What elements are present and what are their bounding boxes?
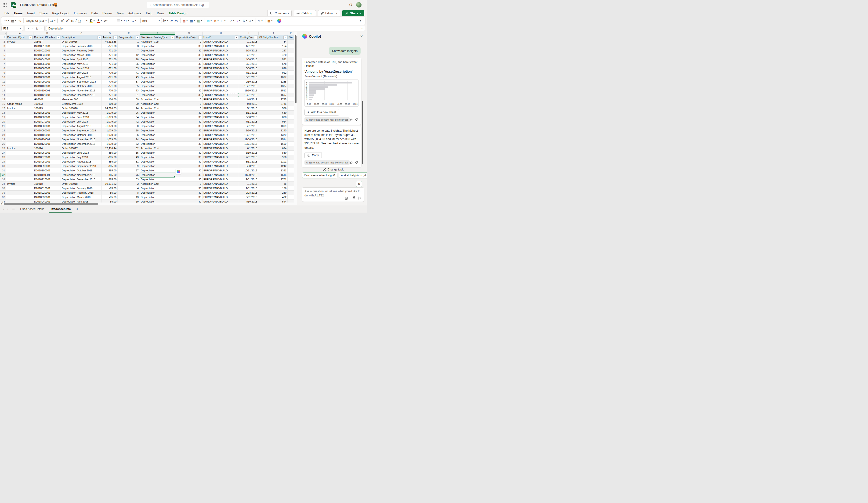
cell-E12[interactable]: 65 [117, 84, 140, 89]
cell-E37[interactable]: 13 [117, 195, 140, 199]
cell-A4[interactable] [6, 49, 33, 53]
wrap-text-button[interactable]: ↪▼ [123, 19, 130, 23]
cell-G30[interactable]: 30 [175, 164, 203, 168]
cell-G37[interactable]: 30 [175, 195, 203, 199]
increase-decimal-button[interactable]: .00 [174, 19, 179, 23]
app-launcher-icon[interactable] [3, 3, 7, 7]
sheet-view-button[interactable]: ▦▼ [267, 19, 274, 23]
cell-H36[interactable]: EUROPE\NAVBUILD [203, 191, 239, 195]
cell-A5[interactable] [6, 53, 33, 57]
font-color-button[interactable]: A▼ [96, 18, 103, 23]
cell-I2[interactable]: 1/1/2018 [239, 40, 258, 44]
menu-tab-table-design[interactable]: Table Design [166, 11, 189, 16]
cell-J21[interactable]: 1099 [258, 124, 288, 129]
cell-H29[interactable]: EUROPE\NAVBUILD [203, 160, 239, 164]
cell-C18[interactable]: Depreciation May 2018 [61, 111, 102, 115]
cell-J3[interactable]: 154 [258, 44, 288, 49]
cell-D23[interactable]: -1,079.00 [102, 133, 117, 137]
cell-C14[interactable]: Depreciation December 2018 [61, 93, 102, 97]
cell-J19[interactable]: 828 [258, 115, 288, 120]
cell-I9[interactable]: 7/31/2018 [239, 71, 258, 75]
align-button[interactable]: ☰▼ [116, 19, 123, 23]
cell-C29[interactable]: Depreciation August 2018 [61, 160, 102, 164]
cancel-entry-icon[interactable]: ✕ [27, 27, 30, 30]
cell-C26[interactable]: Order 106017 [61, 146, 102, 151]
cell-C25[interactable]: Depreciation December 2018 [61, 142, 102, 146]
cell-G15[interactable]: 0 [175, 97, 203, 102]
cell-C10[interactable]: Depreciation August 2018 [61, 75, 102, 80]
cell-F12[interactable]: Depreciation [140, 84, 175, 89]
cell-J8[interactable]: 826 [258, 66, 288, 71]
cell-F30[interactable]: Depreciation [140, 164, 175, 168]
cell-D7[interactable]: -771.00 [102, 62, 117, 66]
cell-J30[interactable]: 1242 [258, 164, 288, 168]
row-header-21[interactable]: 21 [0, 124, 6, 129]
catch-up-button[interactable]: Catch up [294, 10, 316, 17]
cell-H4[interactable]: EUROPE\NAVBUILD [203, 49, 239, 53]
cell-F3[interactable]: Depreciation [140, 44, 175, 49]
cell-D34[interactable]: 10,171.23 [102, 182, 117, 186]
cell-A19[interactable] [6, 115, 33, 120]
cell-H32[interactable]: EUROPE\NAVBUILD [203, 173, 239, 177]
cell-H11[interactable]: EUROPE\NAVBUILD [203, 80, 239, 84]
filter-button-documentnumber[interactable]: ▼ [56, 35, 60, 39]
panel-scrollbar-thumb[interactable] [362, 101, 363, 164]
filter-button-description[interactable]: ▼ [97, 35, 101, 39]
cell-B18[interactable]: D2018050001 [33, 111, 61, 115]
cell-C22[interactable]: Depreciation September 2018 [61, 129, 102, 133]
undo-button[interactable]: ↶▼ [3, 19, 10, 23]
insert-cells-button[interactable]: ⊞▼ [206, 19, 213, 23]
thumbs-up-icon[interactable] [350, 161, 353, 164]
cell-K14[interactable] [288, 93, 294, 97]
cell-B24[interactable]: D2018110001 [33, 137, 61, 142]
cell-D13[interactable]: -770.00 [102, 89, 117, 93]
cell-C5[interactable]: Depreciation March 2018 [61, 53, 102, 57]
cell-G11[interactable]: 30 [175, 80, 203, 84]
copilot-chat-input[interactable]: Ask a question, or tell me what you'd li… [302, 187, 364, 202]
cell-D28[interactable]: -385.00 [102, 155, 117, 160]
sensitivity-shield-icon[interactable] [53, 2, 58, 7]
cell-A2[interactable]: Invoice [6, 40, 33, 44]
cell-J7[interactable]: 678 [258, 62, 288, 66]
cell-B26[interactable]: 108024 [33, 146, 61, 151]
cell-C17[interactable]: Order 106016 [61, 106, 102, 111]
select-all-corner[interactable] [0, 32, 7, 35]
cell-I31[interactable]: 10/31/2018 [239, 168, 258, 173]
cell-F21[interactable]: Depreciation [140, 124, 175, 129]
menu-tab-review[interactable]: Review [100, 11, 115, 16]
cell-E5[interactable]: 12 [117, 53, 140, 57]
vertical-scrollbar-thumb[interactable] [295, 35, 297, 103]
cell-D25[interactable]: -1,079.00 [102, 142, 117, 146]
cell-H33[interactable]: EUROPE\NAVBUILD [203, 177, 239, 182]
cell-I7[interactable]: 5/31/2018 [239, 62, 258, 66]
cell-E8[interactable]: 33 [117, 66, 140, 71]
cell-B29[interactable]: D2018080001 [33, 160, 61, 164]
bold-button[interactable]: B [70, 19, 75, 23]
cell-K19[interactable] [288, 115, 294, 120]
cell-J34[interactable]: 38 [258, 182, 288, 186]
cell-K26[interactable] [288, 146, 294, 151]
cell-J10[interactable]: 1097 [258, 75, 288, 80]
cell-K23[interactable] [288, 133, 294, 137]
cell-B25[interactable]: D2018120001 [33, 142, 61, 146]
cell-I3[interactable]: 1/31/2018 [239, 44, 258, 49]
filter-button-amount[interactable]: ▼ [113, 35, 117, 39]
cell-K37[interactable] [288, 195, 294, 199]
comments-button[interactable]: Comments [267, 10, 292, 17]
cell-G16[interactable]: 0 [175, 102, 203, 106]
number-format-select[interactable]: Text▼ [140, 18, 162, 23]
cell-A22[interactable] [6, 129, 33, 133]
vertical-scrollbar[interactable] [294, 32, 297, 205]
cell-A32[interactable] [6, 173, 33, 177]
cell-copilot-button[interactable] [176, 168, 181, 174]
cell-G22[interactable]: 30 [175, 129, 203, 133]
cell-K30[interactable] [288, 164, 294, 168]
all-sheets-menu-icon[interactable]: ☰ [11, 207, 17, 211]
menu-tab-share[interactable]: Share [38, 11, 50, 16]
cell-A26[interactable]: Invoice [6, 146, 33, 151]
cell-B22[interactable]: D2018090001 [33, 129, 61, 133]
cell-C30[interactable]: Depreciation September 2018 [61, 164, 102, 168]
cell-F35[interactable]: Depreciation [140, 186, 175, 191]
cell-B20[interactable]: D2018070001 [33, 120, 61, 124]
cell-B15[interactable]: G05001 [33, 97, 61, 102]
